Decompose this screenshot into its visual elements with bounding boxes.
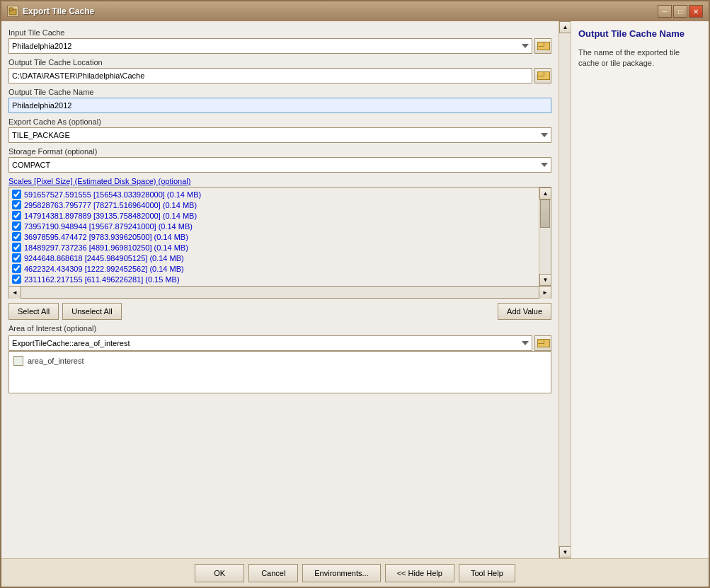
- scroll-up-button[interactable]: ▲: [539, 188, 551, 200]
- input-tile-cache-group: Input Tile Cache Philadelphia2012: [8, 28, 551, 54]
- select-all-button[interactable]: Select All: [8, 303, 59, 320]
- horiz-scroll-track: [21, 287, 539, 298]
- scale-label: 4622324.434309 [1222.992452562] (0.14 MB…: [24, 265, 184, 273]
- scale-item: 36978595.474472 [9783.939620500] (0.14 M…: [11, 231, 537, 242]
- output-tile-cache-name-row: [8, 98, 551, 113]
- scale-item: 9244648.868618 [2445.984905125] (0.14 MB…: [11, 253, 537, 263]
- area-item: area_of_interest: [12, 354, 548, 367]
- svg-rect-1: [9, 8, 13, 11]
- scales-button-row: Select All Unselect All Add Value: [8, 303, 551, 320]
- scale-item: 147914381.897889 [39135.758482000] (0.14…: [11, 210, 537, 221]
- scale-label: 295828763.795777 [78271.516964000] (0.14…: [24, 201, 197, 209]
- unselect-all-button[interactable]: Unselect All: [62, 303, 121, 320]
- title-bar-left: Export Tile Cache: [7, 6, 94, 17]
- input-tile-cache-select[interactable]: Philadelphia2012: [8, 38, 532, 54]
- scale-label: 36978595.474472 [9783.939620500] (0.14 M…: [24, 233, 188, 241]
- tool-help-button[interactable]: Tool Help: [459, 564, 515, 582]
- main-scroll-track: [559, 33, 571, 546]
- scroll-thumb[interactable]: [540, 200, 550, 228]
- area-of-interest-group: Area of Interest (optional) ExportTileCa…: [8, 324, 551, 393]
- scale-item: 591657527.591555 [156543.033928000] (0.1…: [11, 189, 537, 200]
- scales-list: 591657527.591555 [156543.033928000] (0.1…: [9, 188, 539, 286]
- content-area: Input Tile Cache Philadelphia2012 Output…: [1, 21, 709, 558]
- storage-format-label: Storage Format (optional): [8, 147, 551, 156]
- main-scrollbar: ▲ ▼: [559, 21, 571, 558]
- storage-format-row: COMPACT: [8, 157, 551, 173]
- minimize-button[interactable]: ─: [658, 5, 672, 18]
- scale-checkbox[interactable]: [12, 211, 21, 220]
- scale-label: 9244648.868618 [2445.984905125] (0.14 MB…: [24, 254, 184, 263]
- scales-container: 591657527.591555 [156543.033928000] (0.1…: [8, 187, 551, 287]
- export-cache-as-label: Export Cache As (optional): [8, 117, 551, 126]
- scale-item: 4622324.434309 [1222.992452562] (0.14 MB…: [11, 263, 537, 274]
- folder-icon-3: [537, 339, 549, 347]
- scale-checkbox[interactable]: [12, 190, 21, 199]
- scale-item: 2311162.217155 [611.496226281] (0.15 MB): [11, 274, 537, 284]
- scroll-right-button[interactable]: ►: [539, 287, 551, 299]
- main-scroll-down-button[interactable]: ▼: [559, 546, 571, 558]
- add-value-button[interactable]: Add Value: [498, 303, 551, 320]
- close-button[interactable]: ✕: [689, 5, 703, 18]
- environments-button[interactable]: Environments...: [302, 564, 380, 582]
- help-title: Output Tile Cache Name: [578, 28, 702, 40]
- help-text: The name of the exported tile cache or t…: [578, 47, 702, 69]
- scale-item: 18489297.737236 [4891.969810250] (0.14 M…: [11, 242, 537, 253]
- area-item-label: area_of_interest: [28, 357, 84, 365]
- area-item-checkbox[interactable]: [13, 356, 23, 366]
- scales-btn-group-left: Select All Unselect All: [8, 303, 122, 320]
- scale-label: 147914381.897889 [39135.758482000] (0.14…: [24, 212, 197, 220]
- export-cache-as-group: Export Cache As (optional) TILE_PACKAGE: [8, 117, 551, 143]
- title-bar: Export Tile Cache ─ □ ✕: [1, 1, 709, 21]
- hide-help-button[interactable]: << Hide Help: [385, 564, 454, 582]
- scale-checkbox[interactable]: [12, 275, 21, 284]
- scale-label: 18489297.737236 [4891.969810250] (0.14 M…: [24, 243, 188, 252]
- scale-checkbox[interactable]: [12, 264, 21, 273]
- input-tile-cache-browse-button[interactable]: [534, 38, 551, 54]
- export-cache-as-row: TILE_PACKAGE: [8, 127, 551, 143]
- cancel-button[interactable]: Cancel: [248, 564, 298, 582]
- scale-checkbox[interactable]: [12, 221, 21, 231]
- area-of-interest-select[interactable]: ExportTileCache::area_of_interest: [8, 335, 532, 351]
- scales-group: Scales [Pixel Size] (Estimated Disk Spac…: [8, 177, 551, 299]
- output-tile-cache-location-browse-button[interactable]: [534, 68, 551, 83]
- scale-checkbox[interactable]: [12, 200, 21, 209]
- main-scroll-up-button[interactable]: ▲: [559, 21, 571, 33]
- scroll-track: [539, 200, 551, 274]
- scale-item: 295828763.795777 [78271.516964000] (0.14…: [11, 200, 537, 210]
- scroll-down-button[interactable]: ▼: [539, 274, 551, 286]
- restore-button[interactable]: □: [673, 5, 687, 18]
- bottom-bar: OK Cancel Environments... << Hide Help T…: [1, 558, 709, 587]
- output-tile-cache-location-label: Output Tile Cache Location: [8, 58, 551, 67]
- output-tile-cache-location-input[interactable]: [8, 68, 532, 83]
- output-tile-cache-location-group: Output Tile Cache Location: [8, 58, 551, 83]
- horizontal-scrollbar: ◄ ►: [8, 287, 551, 299]
- input-tile-cache-row: Philadelphia2012: [8, 38, 551, 54]
- main-window: Export Tile Cache ─ □ ✕ Input Tile Cache…: [0, 0, 710, 588]
- help-panel: Output Tile Cache Name The name of the e…: [571, 21, 709, 558]
- scale-label: 73957190.948944 [19567.879241000] (0.14 …: [24, 222, 193, 231]
- scale-item: 73957190.948944 [19567.879241000] (0.14 …: [11, 221, 537, 231]
- output-tile-cache-name-group: Output Tile Cache Name: [8, 88, 551, 113]
- folder-icon-2: [537, 71, 549, 80]
- export-cache-as-select[interactable]: TILE_PACKAGE: [8, 127, 551, 143]
- title-buttons: ─ □ ✕: [658, 5, 703, 18]
- output-tile-cache-name-input[interactable]: [8, 98, 551, 113]
- scale-checkbox[interactable]: [12, 243, 21, 252]
- scroll-left-button[interactable]: ◄: [9, 287, 21, 299]
- main-panel: Input Tile Cache Philadelphia2012 Output…: [1, 21, 559, 558]
- storage-format-select[interactable]: COMPACT: [8, 157, 551, 173]
- right-section: ▲ ▼: [559, 21, 571, 558]
- ok-button[interactable]: OK: [195, 564, 244, 582]
- area-list-container: area_of_interest: [8, 351, 551, 393]
- scales-scrollbar: ▲ ▼: [539, 188, 551, 286]
- scales-label: Scales [Pixel Size] (Estimated Disk Spac…: [8, 177, 551, 185]
- area-of-interest-browse-button[interactable]: [534, 335, 551, 351]
- scale-label: 591657527.591555 [156543.033928000] (0.1…: [24, 190, 201, 199]
- area-of-interest-row: ExportTileCache::area_of_interest: [8, 335, 551, 351]
- scale-checkbox[interactable]: [12, 253, 21, 263]
- window-icon: [7, 6, 18, 17]
- input-tile-cache-label: Input Tile Cache: [8, 28, 551, 37]
- scale-checkbox[interactable]: [12, 232, 21, 241]
- folder-icon: [537, 42, 549, 50]
- area-of-interest-label: Area of Interest (optional): [8, 324, 551, 333]
